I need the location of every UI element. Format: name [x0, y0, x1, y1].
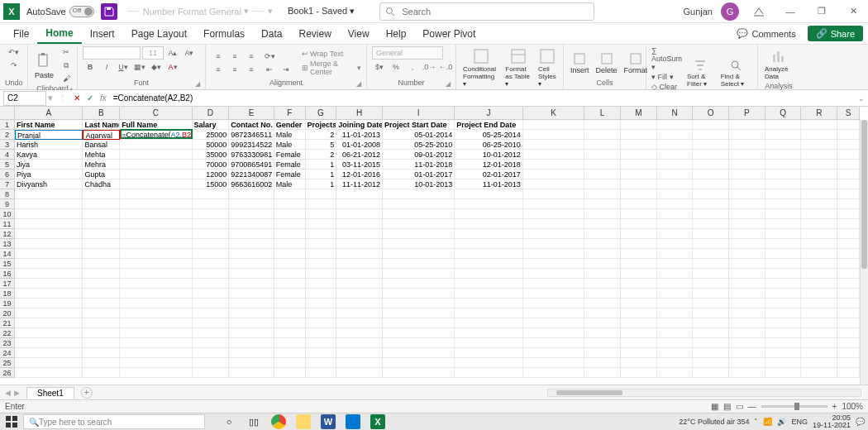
- cell[interactable]: [229, 368, 274, 378]
- cell[interactable]: [837, 179, 860, 189]
- cell[interactable]: [383, 308, 455, 318]
- cell[interactable]: [657, 249, 694, 259]
- wrap-text-button[interactable]: ↩ Wrap Text: [302, 50, 361, 58]
- col-header-N[interactable]: N: [657, 107, 694, 120]
- cell[interactable]: [193, 239, 230, 249]
- cell[interactable]: [621, 259, 657, 269]
- cell[interactable]: [455, 279, 522, 289]
- cell[interactable]: 06-25-2010: [455, 140, 522, 150]
- cell[interactable]: [120, 299, 192, 308]
- cell[interactable]: [523, 209, 584, 219]
- align-top-icon[interactable]: ≡: [211, 50, 226, 62]
- cell[interactable]: [83, 209, 120, 219]
- add-sheet-button[interactable]: +: [81, 387, 93, 399]
- cell[interactable]: [229, 219, 274, 229]
- cell[interactable]: [336, 318, 383, 328]
- cell[interactable]: [693, 368, 729, 378]
- cell[interactable]: [193, 229, 230, 239]
- cell[interactable]: [193, 358, 230, 368]
- analyze-data-button[interactable]: Analyze Data: [763, 46, 794, 82]
- cell[interactable]: [693, 308, 729, 318]
- cell[interactable]: [765, 160, 802, 170]
- cell[interactable]: [523, 259, 584, 269]
- enter-formula-icon[interactable]: ✓: [83, 92, 97, 105]
- cell[interactable]: [83, 279, 120, 289]
- cell[interactable]: [274, 368, 306, 378]
- cell[interactable]: [584, 239, 621, 249]
- cell[interactable]: [621, 299, 657, 308]
- search-box[interactable]: [379, 2, 594, 21]
- weather-widget[interactable]: 22°C Polluted air 354: [679, 418, 749, 426]
- cell[interactable]: [336, 358, 383, 368]
- cell[interactable]: [693, 160, 729, 170]
- cell[interactable]: [584, 189, 621, 199]
- cell[interactable]: 12-01-2016: [336, 170, 383, 179]
- cell[interactable]: [765, 358, 802, 368]
- cell[interactable]: [584, 358, 621, 368]
- cell[interactable]: [729, 219, 765, 229]
- cell[interactable]: [693, 289, 729, 299]
- cell[interactable]: Full Name: [120, 120, 192, 130]
- cell[interactable]: [15, 338, 83, 348]
- cell[interactable]: [729, 358, 765, 368]
- cell[interactable]: [306, 368, 337, 378]
- cell[interactable]: [584, 219, 621, 229]
- cell[interactable]: [801, 219, 837, 229]
- cell[interactable]: [837, 358, 860, 368]
- cell[interactable]: Mehra: [83, 160, 120, 170]
- cell[interactable]: [229, 189, 274, 199]
- cell[interactable]: [193, 308, 230, 318]
- cell[interactable]: 1: [306, 179, 337, 189]
- col-header-L[interactable]: L: [584, 107, 621, 120]
- cell[interactable]: [621, 189, 657, 199]
- cell[interactable]: [584, 209, 621, 219]
- cell[interactable]: [306, 279, 337, 289]
- cell[interactable]: [15, 199, 83, 209]
- cell[interactable]: [801, 209, 837, 219]
- cell[interactable]: [120, 259, 192, 269]
- cell[interactable]: [657, 308, 694, 318]
- cell[interactable]: [837, 279, 860, 289]
- cell[interactable]: [120, 229, 192, 239]
- cell[interactable]: [83, 269, 120, 279]
- cell[interactable]: [15, 249, 83, 259]
- cell[interactable]: Male: [274, 140, 306, 150]
- cell[interactable]: [120, 249, 192, 259]
- col-header-K[interactable]: K: [523, 107, 584, 120]
- cell[interactable]: [120, 150, 192, 160]
- cell[interactable]: [274, 279, 306, 289]
- cell[interactable]: [336, 239, 383, 249]
- cell[interactable]: [621, 289, 657, 299]
- cell[interactable]: [15, 299, 83, 308]
- cell[interactable]: [455, 259, 522, 269]
- menu-page-layout[interactable]: Page Layout: [123, 25, 195, 43]
- cell[interactable]: Pranjal: [15, 130, 83, 140]
- cell[interactable]: [837, 150, 860, 160]
- cell[interactable]: [274, 348, 306, 358]
- restore-button[interactable]: ❐: [810, 3, 833, 20]
- cell[interactable]: [274, 209, 306, 219]
- decrease-font-icon[interactable]: A▾: [182, 47, 197, 59]
- cell[interactable]: [523, 150, 584, 160]
- cell[interactable]: [15, 229, 83, 239]
- cell[interactable]: [523, 229, 584, 239]
- cell[interactable]: [693, 249, 729, 259]
- cell[interactable]: [837, 170, 860, 179]
- row-header-6[interactable]: 6: [0, 170, 15, 179]
- cell[interactable]: [729, 189, 765, 199]
- cell[interactable]: 05-01-2014: [383, 130, 455, 140]
- cell[interactable]: [693, 199, 729, 209]
- cell[interactable]: [274, 219, 306, 229]
- cell-styles-button[interactable]: Cell Styles ▾: [537, 46, 558, 89]
- cell[interactable]: [383, 368, 455, 378]
- row-headers[interactable]: 1234567891011121314151617181920212223242…: [0, 120, 15, 385]
- cell[interactable]: [801, 130, 837, 140]
- volume-icon[interactable]: 🔊: [777, 418, 786, 426]
- cell[interactable]: [83, 199, 120, 209]
- worksheet-grid[interactable]: ABCDEFGHIJKLMNOPQRS 12345678910111213141…: [0, 107, 868, 385]
- cell[interactable]: [523, 120, 584, 130]
- user-avatar[interactable]: G: [721, 2, 739, 21]
- cell[interactable]: 03-11-2015: [336, 160, 383, 170]
- row-header-17[interactable]: 17: [0, 279, 15, 289]
- cell[interactable]: [306, 269, 337, 279]
